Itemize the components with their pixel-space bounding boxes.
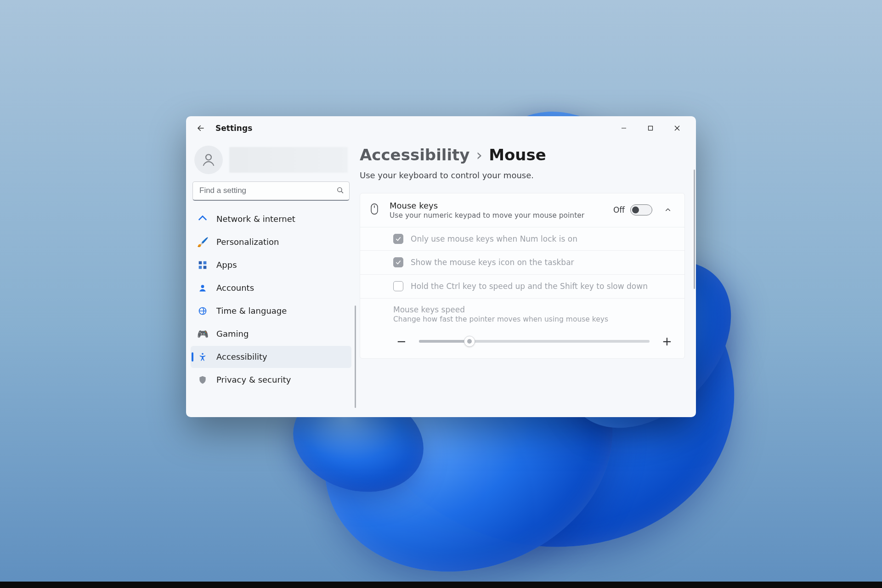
- sidebar-item-label: Accounts: [216, 283, 254, 293]
- settings-window: Settings: [186, 116, 696, 417]
- breadcrumb: Accessibility › Mouse: [360, 146, 685, 164]
- shield-icon: [197, 374, 208, 385]
- content-pane: Accessibility › Mouse Use your keyboard …: [356, 140, 696, 417]
- svg-rect-10: [199, 266, 202, 269]
- mouse-icon: [369, 203, 381, 217]
- titlebar: Settings: [186, 116, 696, 140]
- apps-icon: [197, 260, 208, 271]
- toggle-state-label: Off: [613, 205, 625, 215]
- avatar: [194, 146, 223, 174]
- profile-name-redacted: [229, 147, 348, 173]
- sidebar-item-label: Personalization: [216, 237, 279, 247]
- sidebar-item-label: Network & internet: [216, 214, 295, 224]
- chevron-right-icon: ›: [476, 146, 483, 164]
- sidebar-item-label: Apps: [216, 260, 237, 270]
- setting-desc: Use your numeric keypad to move your mou…: [390, 211, 605, 220]
- sidebar-item-personalization[interactable]: 🖌️ Personalization: [191, 231, 351, 253]
- checkbox-numlock[interactable]: [393, 234, 403, 244]
- svg-rect-8: [199, 261, 202, 264]
- profile-header[interactable]: [191, 144, 351, 177]
- breadcrumb-parent[interactable]: Accessibility: [360, 146, 470, 164]
- sidebar-item-network-internet[interactable]: Network & internet: [191, 208, 351, 230]
- sidebar-item-label: Gaming: [216, 329, 249, 339]
- decrease-button[interactable]: −: [396, 334, 407, 348]
- back-button[interactable]: [194, 122, 207, 135]
- checkbox-ctrl-shift[interactable]: [393, 281, 403, 291]
- checkbox-taskbar-icon[interactable]: [393, 257, 403, 267]
- maximize-button[interactable]: [637, 119, 664, 137]
- sidebar-item-apps[interactable]: Apps: [191, 254, 351, 276]
- svg-rect-2: [649, 126, 653, 130]
- minimize-button[interactable]: [611, 119, 637, 137]
- svg-point-12: [201, 285, 204, 288]
- sidebar-item-accounts[interactable]: Accounts: [191, 277, 351, 299]
- mouse-keys-panel: Mouse keys Use your numeric keypad to mo…: [360, 193, 685, 359]
- setting-desc: Change how fast the pointer moves when u…: [393, 315, 675, 323]
- wifi-icon: [197, 214, 208, 225]
- svg-point-6: [338, 187, 342, 192]
- accessibility-icon: [197, 351, 208, 362]
- speed-slider[interactable]: [419, 340, 650, 343]
- sidebar: Network & internet 🖌️ Personalization Ap…: [186, 140, 356, 417]
- checkbox-label: Show the mouse keys icon on the taskbar: [411, 257, 574, 268]
- checkbox-label: Only use mouse keys when Num lock is on: [411, 234, 577, 244]
- svg-rect-15: [371, 204, 378, 215]
- app-title: Settings: [215, 124, 252, 133]
- search-input[interactable]: [192, 181, 350, 201]
- gamepad-icon: 🎮: [197, 328, 208, 339]
- svg-point-14: [202, 353, 204, 355]
- svg-rect-9: [204, 261, 207, 264]
- person-icon: [197, 283, 208, 294]
- nav-list: Network & internet 🖌️ Personalization Ap…: [191, 205, 351, 413]
- mouse-keys-speed-row: Mouse keys speed Change how fast the poi…: [360, 298, 684, 358]
- increase-button[interactable]: +: [662, 334, 673, 348]
- page-subtitle: Use your keyboard to control your mouse.: [360, 170, 685, 180]
- sidebar-item-accessibility[interactable]: Accessibility: [191, 346, 351, 368]
- mouse-keys-row: Mouse keys Use your numeric keypad to mo…: [360, 193, 684, 227]
- option-ctrlshift-row: Hold the Ctrl key to speed up and the Sh…: [360, 274, 684, 298]
- sidebar-item-gaming[interactable]: 🎮 Gaming: [191, 323, 351, 345]
- option-numlock-row: Only use mouse keys when Num lock is on: [360, 227, 684, 251]
- setting-title: Mouse keys: [390, 201, 605, 210]
- content-scrollbar[interactable]: [694, 170, 695, 289]
- checkbox-label: Hold the Ctrl key to speed up and the Sh…: [411, 281, 648, 292]
- sidebar-item-label: Privacy & security: [216, 375, 291, 384]
- sidebar-item-privacy-security[interactable]: Privacy & security: [191, 369, 351, 391]
- sidebar-item-time-language[interactable]: Time & language: [191, 300, 351, 322]
- paintbrush-icon: 🖌️: [197, 237, 208, 248]
- close-button[interactable]: [664, 119, 690, 137]
- option-taskbar-row: Show the mouse keys icon on the taskbar: [360, 250, 684, 274]
- clock-globe-icon: [197, 305, 208, 317]
- sidebar-item-label: Accessibility: [216, 352, 267, 362]
- svg-line-7: [341, 191, 343, 193]
- svg-rect-11: [204, 266, 207, 269]
- svg-point-5: [206, 154, 211, 160]
- collapse-button[interactable]: [661, 203, 675, 217]
- setting-title: Mouse keys speed: [393, 305, 675, 314]
- sidebar-item-label: Time & language: [216, 306, 287, 316]
- page-title: Mouse: [489, 146, 546, 164]
- mouse-keys-toggle[interactable]: [630, 204, 652, 215]
- search-icon: [336, 186, 344, 196]
